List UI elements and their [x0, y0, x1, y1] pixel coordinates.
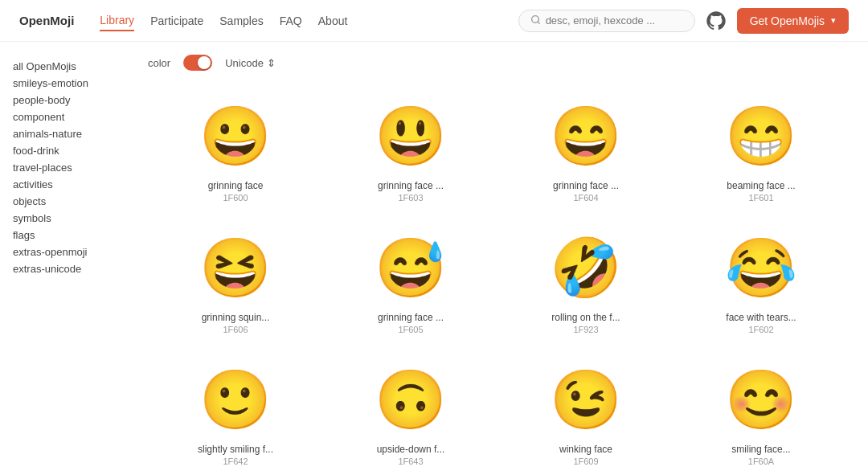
nav-item-samples[interactable]: Samples [219, 11, 263, 31]
emoji-card[interactable]: 🙃 upside-down f... 1F643 [323, 350, 498, 475]
toggle-knob [198, 56, 211, 69]
sidebar-item-flags[interactable]: flags [13, 227, 116, 244]
search-icon [530, 14, 541, 27]
emoji-image: 😆 [199, 231, 272, 304]
sort-chevron-icon: ⇕ [267, 57, 276, 69]
get-openmojis-button[interactable]: Get OpenMojis ▾ [737, 8, 849, 34]
emoji-image: 🤣 [550, 231, 622, 304]
header-right: Get OpenMojis ▾ [518, 8, 849, 34]
emoji-card[interactable]: 😅 grinning face ... 1F605 [323, 219, 498, 344]
header: OpenMoji Library Participate Samples FAQ… [0, 0, 868, 42]
sidebar-item-component[interactable]: component [13, 109, 116, 125]
emoji-code: 1F642 [223, 457, 248, 466]
sidebar-item-activities[interactable]: activities [13, 176, 116, 193]
emoji-code: 1F60A [748, 457, 774, 466]
nav-item-faq[interactable]: FAQ [280, 11, 302, 31]
emoji-image: 🙃 [375, 363, 447, 436]
sidebar-item-food[interactable]: food-drink [13, 142, 116, 159]
cta-chevron-icon: ▾ [831, 15, 836, 26]
emoji-code: 1F606 [223, 325, 248, 334]
emoji-image: 🙂 [199, 363, 272, 436]
emoji-image: 😉 [550, 363, 622, 436]
emoji-name: grinning face ... [378, 180, 444, 191]
brand-logo[interactable]: OpenMoji [19, 14, 74, 27]
search-box [518, 10, 695, 32]
emoji-image: 😅 [375, 231, 447, 304]
emoji-code: 1F605 [398, 325, 423, 334]
emoji-name: grinning face [208, 180, 264, 191]
emoji-card[interactable]: 🙂 slightly smiling f... 1F642 [148, 350, 323, 475]
emoji-grid: 😀 grinning face 1F600 😃 grinning face ..… [148, 87, 849, 475]
sidebar-item-extras-unicode[interactable]: extras-unicode [13, 260, 116, 277]
emoji-code: 1F923 [573, 325, 598, 334]
emoji-name: slightly smiling f... [198, 444, 273, 455]
emoji-card[interactable]: 😄 grinning face ... 1F604 [498, 87, 674, 212]
color-toggle[interactable] [183, 55, 212, 71]
sidebar-item-extras-openmoji[interactable]: extras-openmoji [13, 244, 116, 260]
main-nav: Library Participate Samples FAQ About [100, 10, 498, 31]
emoji-image: 😀 [199, 100, 272, 172]
emoji-code: 1F602 [748, 325, 773, 334]
emoji-card[interactable]: 😁 beaming face ... 1F601 [674, 87, 849, 212]
emoji-image: 😁 [725, 100, 797, 172]
sidebar-item-symbols[interactable]: symbols [13, 210, 116, 227]
emoji-name: winking face [559, 444, 612, 455]
emoji-card[interactable]: 😂 face with tears... 1F602 [674, 219, 849, 344]
content-area: color Unicode ⇕ 😀 grinning face 1F600 😃 … [129, 42, 868, 475]
emoji-name: face with tears... [726, 312, 796, 323]
sidebar-item-smileys[interactable]: smileys-emotion [13, 75, 116, 92]
emoji-name: smiling face... [731, 444, 790, 455]
emoji-code: 1F601 [748, 193, 773, 203]
main-layout: all OpenMojis smileys-emotion people-bod… [0, 42, 868, 475]
emoji-card[interactable]: 😊 smiling face... 1F60A [674, 350, 849, 475]
nav-item-participate[interactable]: Participate [150, 11, 203, 31]
sidebar-item-travel[interactable]: travel-places [13, 159, 116, 176]
github-icon[interactable] [705, 10, 727, 32]
emoji-card[interactable]: 🤣 rolling on the f... 1F923 [498, 219, 674, 344]
emoji-image: 😊 [725, 363, 797, 436]
emoji-name: grinning face ... [378, 312, 444, 323]
color-label: color [148, 57, 170, 69]
toolbar: color Unicode ⇕ [148, 55, 849, 71]
sort-select[interactable]: Unicode ⇕ [225, 57, 276, 69]
nav-item-about[interactable]: About [318, 11, 348, 31]
emoji-card[interactable]: 😆 grinning squin... 1F606 [148, 219, 323, 344]
emoji-name: upside-down f... [377, 444, 445, 455]
sidebar: all OpenMojis smileys-emotion people-bod… [0, 42, 129, 475]
emoji-image: 😄 [550, 100, 622, 172]
nav-item-library[interactable]: Library [100, 10, 134, 31]
sidebar-item-all[interactable]: all OpenMojis [13, 58, 116, 75]
emoji-code: 1F643 [398, 457, 423, 466]
emoji-card[interactable]: 😀 grinning face 1F600 [148, 87, 323, 212]
sort-label: Unicode [225, 57, 264, 69]
emoji-code: 1F609 [573, 457, 598, 466]
emoji-name: grinning squin... [202, 312, 270, 323]
emoji-name: rolling on the f... [551, 312, 620, 323]
sidebar-item-objects[interactable]: objects [13, 193, 116, 210]
search-input[interactable] [546, 14, 683, 27]
emoji-name: grinning face ... [553, 180, 619, 191]
sidebar-item-animals[interactable]: animals-nature [13, 125, 116, 142]
emoji-code: 1F603 [398, 193, 423, 203]
emoji-image: 😃 [375, 100, 447, 172]
svg-line-1 [538, 22, 539, 23]
emoji-code: 1F604 [573, 193, 598, 203]
emoji-image: 😂 [725, 231, 797, 304]
emoji-card[interactable]: 😃 grinning face ... 1F603 [323, 87, 498, 212]
emoji-code: 1F600 [223, 193, 248, 203]
emoji-card[interactable]: 😉 winking face 1F609 [498, 350, 674, 475]
sidebar-item-people[interactable]: people-body [13, 92, 116, 109]
emoji-name: beaming face ... [727, 180, 795, 191]
